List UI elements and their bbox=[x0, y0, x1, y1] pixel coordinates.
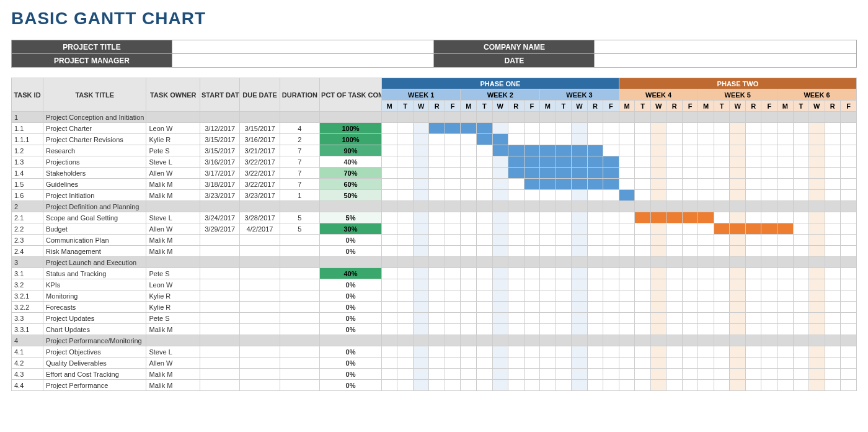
gantt-cell[interactable] bbox=[381, 257, 397, 268]
gantt-cell[interactable] bbox=[413, 324, 429, 335]
gantt-cell[interactable] bbox=[477, 279, 493, 290]
gantt-cell[interactable] bbox=[540, 223, 556, 235]
table-row[interactable]: 3.2.1MonitoringKylie R0% bbox=[12, 290, 857, 302]
gantt-cell[interactable] bbox=[556, 212, 572, 223]
gantt-cell[interactable] bbox=[397, 190, 414, 201]
cell-task-owner[interactable]: Kylie R bbox=[146, 302, 200, 313]
gantt-cell[interactable] bbox=[714, 168, 730, 179]
gantt-cell[interactable] bbox=[587, 246, 603, 257]
table-row[interactable]: 3.1Status and TrackingPete S40% bbox=[12, 268, 857, 279]
gantt-cell[interactable] bbox=[445, 156, 461, 168]
table-row[interactable]: 2.4Risk ManagementMalik M0% bbox=[12, 246, 857, 257]
gantt-cell[interactable] bbox=[461, 302, 477, 313]
cell-start[interactable] bbox=[200, 346, 240, 358]
cell-start[interactable]: 3/15/2017 bbox=[200, 145, 240, 156]
gantt-cell[interactable] bbox=[793, 179, 809, 190]
gantt-cell[interactable] bbox=[477, 246, 493, 257]
gantt-cell[interactable] bbox=[745, 313, 761, 324]
cell-task-id[interactable]: 2.3 bbox=[12, 235, 43, 246]
gantt-cell[interactable] bbox=[730, 302, 746, 313]
gantt-cell[interactable] bbox=[809, 156, 825, 168]
table-row[interactable]: 1.4StakeholdersAllen W3/17/20173/22/2017… bbox=[12, 168, 857, 179]
gantt-cell[interactable] bbox=[666, 212, 683, 223]
gantt-cell[interactable] bbox=[524, 190, 540, 201]
cell-dur[interactable] bbox=[280, 235, 319, 246]
gantt-cell[interactable] bbox=[841, 380, 857, 391]
gantt-cell[interactable] bbox=[793, 380, 809, 391]
gantt-cell[interactable] bbox=[381, 168, 397, 179]
gantt-cell[interactable] bbox=[682, 201, 698, 212]
gantt-cell[interactable] bbox=[556, 112, 572, 123]
gantt-cell[interactable] bbox=[556, 369, 572, 380]
cell-task-owner[interactable]: Allen W bbox=[146, 223, 200, 235]
gantt-cell[interactable] bbox=[381, 112, 397, 123]
gantt-cell[interactable] bbox=[587, 235, 603, 246]
gantt-cell[interactable] bbox=[666, 112, 683, 123]
gantt-cell[interactable] bbox=[508, 268, 525, 279]
gantt-cell[interactable] bbox=[825, 346, 841, 358]
cell-task-id[interactable]: 2 bbox=[12, 201, 43, 212]
gantt-cell[interactable] bbox=[492, 369, 508, 380]
gantt-cell[interactable] bbox=[587, 302, 603, 313]
cell-dur[interactable]: 7 bbox=[280, 168, 319, 179]
gantt-cell[interactable] bbox=[572, 223, 588, 235]
cell-start[interactable] bbox=[200, 246, 240, 257]
gantt-cell[interactable] bbox=[397, 290, 414, 302]
cell-start[interactable]: 3/15/2017 bbox=[200, 134, 240, 145]
cell-dur[interactable] bbox=[280, 313, 319, 324]
gantt-cell[interactable] bbox=[745, 168, 761, 179]
gantt-cell[interactable] bbox=[461, 246, 477, 257]
cell-pct[interactable]: 0% bbox=[320, 324, 382, 335]
gantt-cell[interactable] bbox=[682, 313, 698, 324]
gantt-cell[interactable] bbox=[587, 156, 603, 168]
gantt-cell[interactable] bbox=[540, 313, 556, 324]
gantt-cell[interactable] bbox=[745, 179, 761, 190]
cell-due[interactable] bbox=[240, 313, 280, 324]
gantt-cell[interactable] bbox=[603, 134, 619, 145]
gantt-cell[interactable] bbox=[619, 235, 635, 246]
gantt-cell[interactable] bbox=[761, 369, 777, 380]
cell-task-owner[interactable]: Malik M bbox=[146, 190, 200, 201]
gantt-cell[interactable] bbox=[745, 112, 761, 123]
gantt-cell[interactable] bbox=[761, 358, 777, 369]
gantt-cell[interactable] bbox=[825, 156, 841, 168]
gantt-cell[interactable] bbox=[777, 223, 794, 235]
gantt-cell[interactable] bbox=[492, 201, 508, 212]
cell-dur[interactable]: 7 bbox=[280, 179, 319, 190]
gantt-cell[interactable] bbox=[524, 335, 540, 346]
cell-task-id[interactable]: 3.2.2 bbox=[12, 302, 43, 313]
gantt-cell[interactable] bbox=[745, 246, 761, 257]
gantt-cell[interactable] bbox=[777, 346, 794, 358]
cell-due[interactable] bbox=[240, 112, 280, 123]
cell-task-title[interactable]: Project Charter bbox=[43, 123, 146, 134]
cell-task-owner[interactable] bbox=[146, 335, 200, 346]
gantt-cell[interactable] bbox=[841, 257, 857, 268]
gantt-cell[interactable] bbox=[477, 212, 493, 223]
cell-task-owner[interactable]: Steve L bbox=[146, 346, 200, 358]
gantt-cell[interactable] bbox=[413, 346, 429, 358]
gantt-cell[interactable] bbox=[477, 324, 493, 335]
gantt-cell[interactable] bbox=[572, 279, 588, 290]
gantt-cell[interactable] bbox=[825, 190, 841, 201]
cell-due[interactable]: 3/15/2017 bbox=[240, 123, 280, 134]
gantt-cell[interactable] bbox=[730, 279, 746, 290]
gantt-cell[interactable] bbox=[524, 168, 540, 179]
cell-task-title[interactable]: Effort and Cost Tracking bbox=[43, 369, 146, 380]
gantt-cell[interactable] bbox=[413, 123, 429, 134]
gantt-cell[interactable] bbox=[730, 335, 746, 346]
gantt-cell[interactable] bbox=[777, 246, 794, 257]
gantt-cell[interactable] bbox=[492, 268, 508, 279]
gantt-cell[interactable] bbox=[540, 134, 556, 145]
gantt-cell[interactable] bbox=[730, 112, 746, 123]
gantt-cell[interactable] bbox=[429, 190, 445, 201]
gantt-cell[interactable] bbox=[809, 201, 825, 212]
gantt-cell[interactable] bbox=[714, 313, 730, 324]
meta-project-title-value[interactable] bbox=[172, 40, 434, 54]
gantt-cell[interactable] bbox=[809, 313, 825, 324]
cell-task-id[interactable]: 2.2 bbox=[12, 223, 43, 235]
cell-task-owner[interactable] bbox=[146, 112, 200, 123]
gantt-cell[interactable] bbox=[587, 268, 603, 279]
cell-dur[interactable]: 5 bbox=[280, 223, 319, 235]
gantt-cell[interactable] bbox=[793, 324, 809, 335]
gantt-cell[interactable] bbox=[461, 358, 477, 369]
